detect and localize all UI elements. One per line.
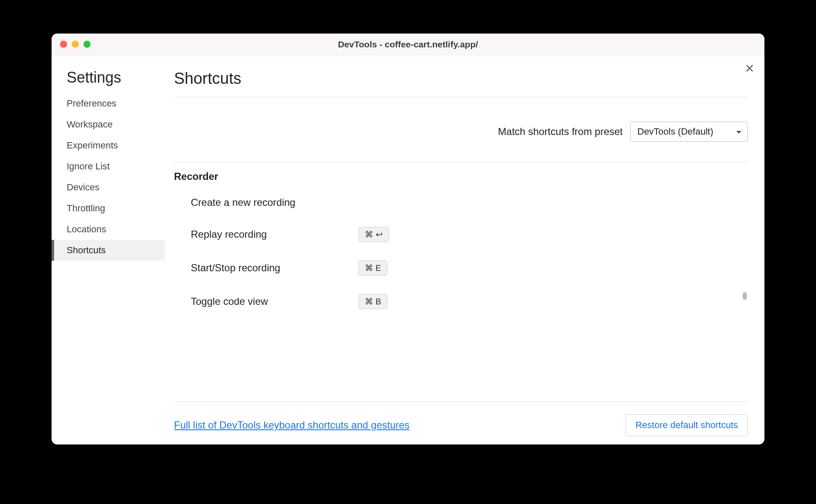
shortcut-label: Create a new recording	[191, 197, 359, 208]
app-window: DevTools - coffee-cart.netlify.app/ ✕ Se…	[52, 34, 764, 444]
shortcut-label: Toggle code view	[191, 296, 359, 307]
sidebar-item-shortcuts[interactable]: Shortcuts	[52, 240, 165, 261]
sidebar-item-preferences[interactable]: Preferences	[52, 93, 165, 114]
close-icon[interactable]: ✕	[745, 63, 754, 75]
preset-label: Match shortcuts from preset	[498, 126, 623, 138]
titlebar: DevTools - coffee-cart.netlify.app/	[52, 34, 764, 55]
maximize-window-icon[interactable]	[83, 41, 91, 48]
shortcut-row-start-stop-recording[interactable]: Start/Stop recording ⌘ E	[174, 251, 742, 285]
shortcut-row-create-recording[interactable]: Create a new recording	[174, 187, 742, 218]
traffic-lights	[60, 41, 91, 48]
sidebar-heading: Settings	[52, 69, 165, 93]
minimize-window-icon[interactable]	[72, 41, 79, 48]
restore-defaults-button[interactable]: Restore default shortcuts	[626, 414, 748, 436]
page-title: Shortcuts	[174, 70, 748, 97]
key-chip: ⌘ E	[359, 260, 387, 275]
scrollbar-thumb[interactable]	[743, 292, 747, 300]
shortcut-row-toggle-code-view[interactable]: Toggle code view ⌘ B	[174, 285, 742, 318]
app-body: ✕ Settings Preferences Workspace Experim…	[52, 55, 764, 444]
shortcut-label: Start/Stop recording	[191, 262, 359, 274]
sidebar-item-ignore-list[interactable]: Ignore List	[52, 156, 165, 177]
close-window-icon[interactable]	[60, 41, 67, 48]
section-title-recorder: Recorder	[174, 162, 742, 187]
shortcut-label: Replay recording	[191, 229, 359, 240]
shortcuts-list: Recorder Create a new recording Replay r…	[174, 162, 748, 402]
sidebar-item-workspace[interactable]: Workspace	[52, 114, 165, 135]
key-chip: ⌘ B	[359, 294, 387, 309]
sidebar-item-devices[interactable]: Devices	[52, 177, 165, 198]
sidebar-item-locations[interactable]: Locations	[52, 219, 165, 240]
sidebar-item-throttling[interactable]: Throttling	[52, 198, 165, 219]
preset-select-value: DevTools (Default)	[637, 126, 713, 137]
key-chip: ⌘ ↩	[359, 227, 389, 242]
main-content: Shortcuts Match shortcuts from preset De…	[165, 55, 764, 444]
preset-select[interactable]: DevTools (Default)	[630, 122, 748, 142]
settings-sidebar: Settings Preferences Workspace Experimen…	[52, 55, 165, 444]
shortcut-row-replay-recording[interactable]: Replay recording ⌘ ↩	[174, 218, 742, 251]
full-shortcuts-link[interactable]: Full list of DevTools keyboard shortcuts…	[174, 419, 410, 431]
preset-row: Match shortcuts from preset DevTools (De…	[174, 97, 748, 162]
footer: Full list of DevTools keyboard shortcuts…	[174, 402, 748, 436]
sidebar-item-experiments[interactable]: Experiments	[52, 135, 165, 156]
window-title: DevTools - coffee-cart.netlify.app/	[52, 39, 764, 49]
